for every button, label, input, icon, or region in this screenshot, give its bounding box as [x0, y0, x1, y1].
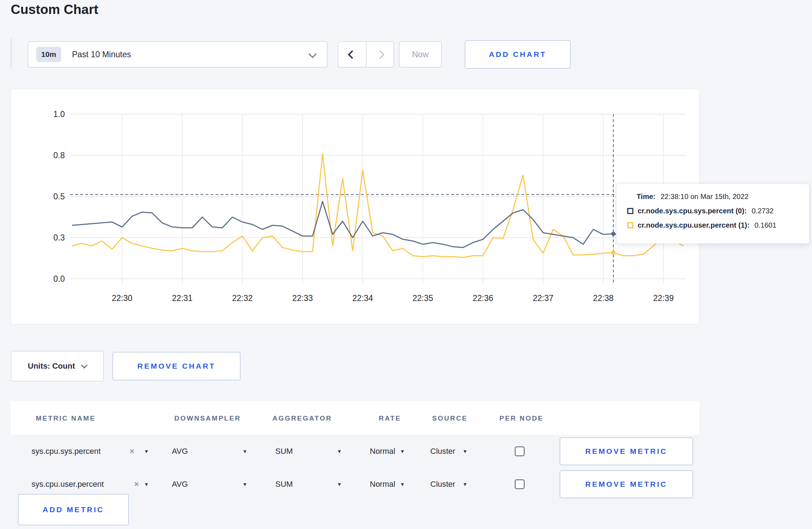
next-range-button[interactable] [366, 42, 393, 67]
timeseries-chart[interactable]: 0.00.30.50.81.022:3022:3122:3222:3322:34… [11, 89, 699, 324]
units-label: Units: Count [28, 361, 75, 371]
chart-card: 0.00.30.50.81.022:3022:3122:3222:3322:34… [11, 89, 699, 324]
tooltip-metric-label: cr.node.sys.cpu.sys.percent (0): [638, 207, 747, 215]
svg-text:0.0: 0.0 [53, 274, 65, 283]
metric-name-value[interactable]: sys.cpu.user.percent [32, 480, 104, 489]
source-dropdown-icon[interactable]: ▼ [463, 448, 468, 454]
aggregator-select[interactable]: SUM [275, 447, 293, 456]
rate-dropdown-icon[interactable]: ▼ [400, 448, 405, 454]
metric-row: sys.cpu.sys.percent × ▼ AVG ▼ SUM ▼ Norm… [11, 435, 699, 468]
page-title: Custom Chart [11, 2, 98, 17]
downsampler-select[interactable]: AVG [172, 447, 188, 456]
chevron-down-icon [81, 362, 88, 368]
aggregator-dropdown-icon[interactable]: ▼ [337, 481, 342, 487]
now-button[interactable]: Now [399, 41, 442, 68]
svg-text:22:33: 22:33 [292, 293, 313, 303]
downsampler-dropdown-icon[interactable]: ▼ [242, 448, 247, 454]
header-rate: RATE [379, 414, 401, 422]
svg-text:0.5: 0.5 [53, 192, 65, 201]
chevron-down-icon [309, 50, 317, 58]
clear-metric-icon[interactable]: × [134, 480, 139, 489]
svg-text:0.3: 0.3 [53, 233, 65, 242]
series-sys-swatch-icon [627, 208, 633, 214]
metric-name-dropdown-icon[interactable]: ▼ [144, 481, 149, 487]
remove-metric-button[interactable]: REMOVE METRIC [560, 470, 693, 498]
svg-text:22:35: 22:35 [412, 293, 433, 303]
rate-dropdown-icon[interactable]: ▼ [400, 481, 405, 487]
source-select[interactable]: Cluster [430, 447, 455, 456]
tooltip-time-label: Time: [637, 193, 656, 201]
downsampler-dropdown-icon[interactable]: ▼ [242, 481, 247, 487]
header-metric-name: METRIC NAME [36, 414, 96, 422]
rate-select[interactable]: Normal [370, 480, 395, 489]
time-range-label: Past 10 Minutes [72, 50, 131, 59]
previous-range-button[interactable] [338, 42, 366, 67]
header-per-node: PER NODE [499, 414, 543, 422]
add-chart-button[interactable]: ADD CHART [465, 40, 571, 69]
svg-text:22:37: 22:37 [533, 293, 554, 303]
svg-text:22:31: 22:31 [172, 293, 193, 303]
svg-text:22:36: 22:36 [473, 293, 493, 303]
series-user-swatch-icon [627, 222, 633, 228]
header-source: SOURCE [432, 414, 468, 422]
aggregator-select[interactable]: SUM [275, 480, 293, 489]
time-step-button-group [338, 41, 394, 68]
tooltip-time-value: 22:38:10 on Mar 15th, 2022 [661, 193, 749, 201]
svg-text:22:30: 22:30 [112, 293, 132, 303]
svg-text:1.0: 1.0 [53, 110, 65, 119]
add-metric-button[interactable]: ADD METRIC [18, 494, 129, 525]
tooltip-metric-value: 0.1601 [754, 221, 776, 229]
metric-name-dropdown-icon[interactable]: ▼ [144, 448, 149, 454]
svg-text:22:32: 22:32 [232, 293, 253, 303]
units-selector[interactable]: Units: Count [11, 351, 104, 382]
rate-select[interactable]: Normal [370, 447, 395, 456]
time-range-badge: 10m [36, 47, 61, 62]
svg-text:22:38: 22:38 [593, 293, 614, 303]
source-dropdown-icon[interactable]: ▼ [463, 481, 468, 487]
header-downsampler: DOWNSAMPLER [174, 414, 241, 422]
remove-metric-button[interactable]: REMOVE METRIC [560, 437, 693, 465]
tooltip-metric-value: 0.2732 [752, 207, 774, 215]
time-range-selector[interactable]: 10m Past 10 Minutes [28, 41, 328, 68]
toolbar-left-rule [11, 39, 11, 68]
header-aggregator: AGGREGATOR [272, 414, 332, 422]
source-select[interactable]: Cluster [430, 480, 455, 489]
remove-chart-button[interactable]: REMOVE CHART [112, 352, 241, 380]
metric-name-value[interactable]: sys.cpu.sys.percent [32, 447, 101, 456]
downsampler-select[interactable]: AVG [172, 480, 188, 489]
svg-text:22:39: 22:39 [653, 293, 674, 303]
svg-text:0.8: 0.8 [53, 151, 65, 160]
chevron-right-icon [376, 50, 384, 59]
per-node-checkbox[interactable] [515, 480, 525, 489]
aggregator-dropdown-icon[interactable]: ▼ [337, 448, 342, 454]
svg-text:22:34: 22:34 [352, 293, 373, 303]
chevron-left-icon [348, 50, 356, 59]
clear-metric-icon[interactable]: × [130, 447, 134, 456]
chart-hover-tooltip: Time: 22:38:10 on Mar 15th, 2022 cr.node… [616, 184, 809, 244]
tooltip-metric-label: cr.node.sys.cpu.user.percent (1): [638, 221, 749, 229]
per-node-checkbox[interactable] [515, 447, 525, 456]
metrics-table-header: METRIC NAME DOWNSAMPLER AGGREGATOR RATE … [11, 401, 699, 435]
